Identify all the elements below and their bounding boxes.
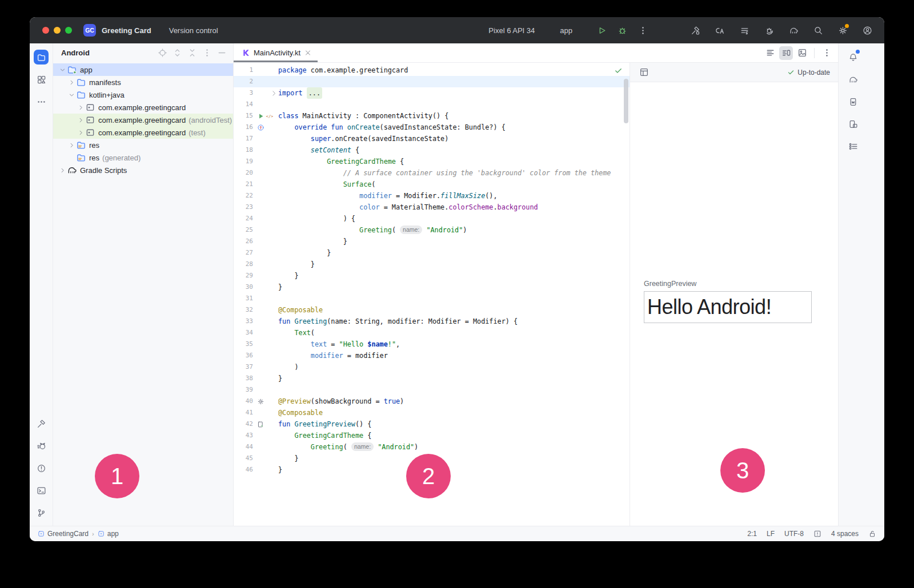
kotlin-file-icon [242,49,250,57]
design-view-icon[interactable] [795,46,809,60]
tree-item-kotlin-java[interactable]: kotlin+java [53,88,233,101]
close-tab-icon[interactable] [304,49,312,57]
preview-composable-label[interactable]: GreetingPreview [644,280,696,288]
indent-size[interactable]: 4 spaces [831,530,859,538]
project-icon[interactable] [34,50,49,65]
tree-item-com-example-greetingcard[interactable]: com.example.greetingcard [53,101,233,114]
caret-position[interactable]: 2:1 [747,530,757,538]
play-icon[interactable] [595,23,608,37]
tab-mainactivity[interactable]: MainActivity.kt [234,43,318,62]
account-icon[interactable] [860,23,874,37]
code-text [278,293,630,304]
close-window-button[interactable] [42,27,49,34]
device-selector[interactable]: Pixel 6 API 34 [486,26,538,35]
fold-icon[interactable] [270,90,278,97]
resource-manager-icon[interactable] [34,72,49,87]
breadcrumb-item-app[interactable]: app [98,530,119,538]
tree-item-gradle-scripts[interactable]: Gradle Scripts [53,164,233,176]
chevron-down-icon[interactable] [58,65,67,74]
collapse-all-icon[interactable] [185,46,199,60]
gear-icon[interactable] [257,398,264,405]
preview-run-icon[interactable] [257,421,264,428]
chevron-down-icon[interactable] [67,90,76,99]
tree-item-label: manifests [89,78,121,87]
preview-grid-icon[interactable] [637,66,651,79]
tree-item-com-example-greetingcard[interactable]: com.example.greetingcard(test) [53,126,233,139]
editor-more-options-icon[interactable] [820,46,833,60]
gutter [253,87,278,99]
settings-icon[interactable] [836,23,849,37]
more-tool-windows-icon[interactable] [34,94,49,109]
chevron-right-icon[interactable] [76,115,85,124]
version-control-menu[interactable]: Version control [169,26,221,35]
project-view-selector[interactable]: Android [61,49,92,57]
tree-item-com-example-greetingcard[interactable]: com.example.greetingcard(androidTest) [53,114,233,126]
build-tool-icon[interactable] [34,416,49,431]
code-tag-icon[interactable]: </> [266,112,273,120]
gutter [253,430,278,441]
gradle-sync-icon[interactable] [787,23,800,37]
code-line-17: 17 super.onCreate(savedInstanceState) [234,133,630,144]
chevron-right-icon[interactable] [67,78,76,87]
line-separator[interactable]: LF [767,530,775,538]
zoom-window-button[interactable] [65,27,72,34]
run-configuration-selector[interactable]: app [557,26,575,35]
search-icon[interactable] [811,23,825,37]
terminal-icon[interactable] [34,483,49,498]
preview-frame[interactable]: Hello Android! [644,291,812,323]
tree-item-res[interactable]: res [53,139,233,151]
editor-highlight-icon[interactable] [813,530,821,538]
override-icon[interactable] [257,124,264,131]
inspections-ok-icon[interactable] [614,66,623,75]
expand-all-icon[interactable] [170,46,184,60]
tree-item-manifests[interactable]: manifests [53,76,233,88]
file-encoding[interactable]: UTF-8 [784,530,804,538]
project-selector[interactable]: Greeting Card [102,26,154,35]
gutter [253,327,278,339]
split-view-icon[interactable] [779,46,793,60]
code-text: GreetingCardTheme { [278,430,630,441]
chevron-right-icon[interactable] [58,166,67,175]
editor-scrollbar[interactable] [624,79,628,123]
chevron-right-icon[interactable] [76,103,85,112]
code-text: package com.example.greetingcard [278,65,630,76]
minimize-window-button[interactable] [54,27,61,34]
code-view-icon[interactable] [763,46,777,60]
hide-panel-icon[interactable] [215,46,228,60]
breadcrumb-item-greetingcard[interactable]: GreetingCard [38,530,89,538]
code-line-21: 21 Surface( [234,179,630,190]
tree-item-label: res [89,154,99,162]
code-line-34: 34 Text( [234,327,630,339]
chevron-right-icon[interactable] [76,128,85,137]
gradle-icon[interactable] [845,72,860,87]
editor-tab-bar: MainActivity.kt [234,43,838,63]
task-list-icon[interactable] [737,23,751,37]
structure-icon[interactable] [845,139,860,154]
notifications-icon[interactable] [845,50,860,65]
problems-icon[interactable] [34,461,49,476]
tree-item-app[interactable]: app [53,63,233,76]
breadcrumb: GreetingCard›app [38,530,119,538]
logcat-icon[interactable] [34,438,49,453]
running-devices-icon[interactable] [845,116,860,131]
title-bar: GC Greeting Card Version control Pixel 6… [30,17,884,43]
run-icon[interactable] [257,112,264,120]
device-manager-icon[interactable] [845,94,860,109]
locate-file-icon[interactable] [155,46,169,60]
code-assist-icon[interactable] [713,23,727,37]
project-tree: appmanifestskotlin+javacom.example.greet… [53,62,233,526]
build-icon[interactable] [688,23,702,37]
gutter [253,236,278,247]
profiler-icon[interactable] [762,23,776,37]
more-options-icon[interactable] [636,23,650,37]
tree-item-res[interactable]: res(generated) [53,151,233,164]
version-control-icon[interactable] [34,505,49,520]
tree-item-label: com.example.greetingcard [98,116,186,124]
debug-icon[interactable] [615,23,629,37]
code-text: super.onCreate(savedInstanceState) [278,133,630,144]
annotation-badge-3: 3 [720,448,765,493]
preview-status[interactable]: Up-to-date [787,69,830,76]
more-options-icon[interactable] [200,46,214,60]
chevron-right-icon[interactable] [67,140,76,150]
readonly-toggle[interactable] [868,530,876,538]
